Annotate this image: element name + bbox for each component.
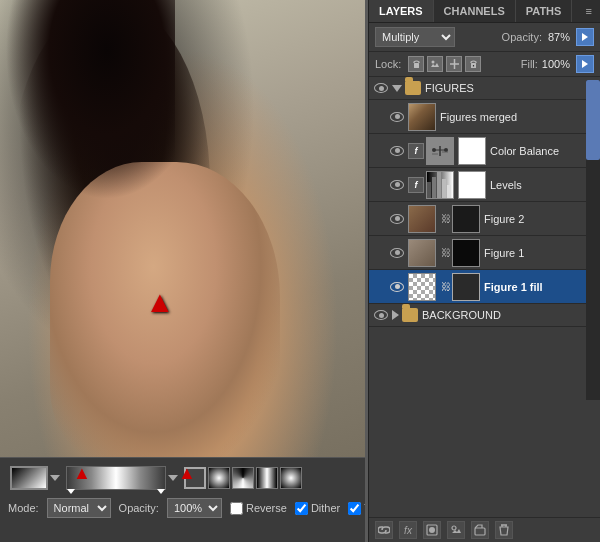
svg-point-14 (452, 526, 456, 530)
figure2-visibility[interactable] (389, 211, 405, 227)
layer-figure-2[interactable]: ⛓ Figure 2 (369, 202, 600, 236)
lock-image-icon[interactable] (427, 56, 443, 72)
transparency-label: Transparency (364, 502, 365, 514)
transparency-checkbox-group: Transparency (348, 502, 365, 515)
background-visibility-icon[interactable] (373, 307, 389, 323)
gradient-reflect-button[interactable] (256, 467, 278, 489)
levels-thumb (426, 171, 454, 199)
dither-checkbox-group: Dither (295, 502, 340, 515)
canvas-arrow-indicator: ▲ (145, 285, 175, 319)
figure1fill-chain-icon: ⛓ (441, 281, 451, 292)
layer-fx-icon[interactable]: fx (399, 521, 417, 539)
tab-paths[interactable]: PATHS (516, 0, 573, 22)
gradient-style-buttons (184, 467, 302, 489)
dither-checkbox[interactable] (295, 502, 308, 515)
layer-group-icon[interactable] (471, 521, 489, 539)
reverse-checkbox-group: Reverse (230, 502, 287, 515)
svg-point-8 (432, 148, 436, 152)
figure1-name: Figure 1 (484, 247, 596, 259)
bottom-toolbar: ▲ ▲ Mode: Normal Multiply Screen Opacity… (0, 457, 365, 542)
panel-bottom-icons: fx (369, 517, 600, 542)
figure1-mask-thumb (452, 239, 480, 267)
transparency-checkbox[interactable] (348, 502, 361, 515)
scrollbar-track (586, 80, 600, 400)
figure1-thumb (408, 239, 436, 267)
lock-label: Lock: (375, 58, 401, 70)
bottom-options-row: Mode: Normal Multiply Screen Opacity: 10… (0, 494, 365, 522)
svg-point-1 (432, 61, 435, 64)
lock-icons (408, 56, 481, 72)
figure2-name: Figure 2 (484, 213, 596, 225)
opacity-label: Opacity: (119, 502, 159, 514)
layer-figures-merged[interactable]: Figures merged (369, 100, 600, 134)
scrollbar-thumb[interactable] (586, 80, 600, 160)
right-panel: LAYERS CHANNELS PATHS ≡ Multiply Normal … (368, 0, 600, 542)
dither-label: Dither (311, 502, 340, 514)
figures-expand-icon[interactable] (392, 85, 402, 92)
lock-all-icon[interactable] (465, 56, 481, 72)
layer-figure-1-fill[interactable]: ⛓ Figure 1 fill (369, 270, 600, 304)
hair-dark (5, 0, 175, 200)
levels-visibility[interactable] (389, 177, 405, 193)
figure2-chain-icon: ⛓ (441, 213, 451, 224)
svg-point-13 (429, 527, 435, 533)
gradient-tools-row: ▲ ▲ (0, 458, 365, 494)
lock-transparency-icon[interactable] (408, 56, 424, 72)
panel-menu-icon[interactable]: ≡ (578, 0, 600, 22)
color-balance-visibility[interactable] (389, 143, 405, 159)
gradient-preset-box[interactable] (10, 466, 48, 490)
layer-levels[interactable]: f Levels (369, 168, 600, 202)
figure1fill-thumb (408, 273, 436, 301)
panel-tabs: LAYERS CHANNELS PATHS ≡ (369, 0, 600, 23)
layer-group-figures[interactable]: FIGURES (369, 77, 600, 100)
figure1-visibility[interactable] (389, 245, 405, 261)
background-folder-icon (402, 308, 418, 322)
fill-arrow-button[interactable] (576, 55, 594, 73)
figure1fill-name: Figure 1 fill (484, 281, 596, 293)
background-expand-icon[interactable] (392, 310, 399, 320)
toolbar-arrow-2: ▲ (178, 463, 196, 484)
canvas-area: ▲ (0, 0, 365, 542)
fill-controls: Lock: Fill: 100% (369, 52, 600, 77)
layer-link-icon[interactable] (375, 521, 393, 539)
figure1fill-mask-thumb (452, 273, 480, 301)
figures-group-name: FIGURES (425, 82, 596, 94)
figures-folder-icon (405, 81, 421, 95)
tab-channels[interactable]: CHANNELS (434, 0, 516, 22)
reverse-label: Reverse (246, 502, 287, 514)
layer-adjustment-icon[interactable] (447, 521, 465, 539)
figure2-mask-thumb (452, 205, 480, 233)
layer-color-balance[interactable]: f Color Balance (369, 134, 600, 168)
figure1fill-visibility[interactable] (389, 279, 405, 295)
mode-select[interactable]: Normal Multiply Screen (47, 498, 111, 518)
gradient-radial-button[interactable] (208, 467, 230, 489)
layer-figure-1[interactable]: ⛓ Figure 1 (369, 236, 600, 270)
layer-group-background[interactable]: BACKGROUND (369, 304, 600, 327)
lock-position-icon[interactable] (446, 56, 462, 72)
fill-value: 100% (542, 58, 570, 70)
layers-list: FIGURES Figures merged f (369, 77, 600, 417)
gradient-angle-button[interactable] (232, 467, 254, 489)
layer-delete-icon[interactable] (495, 521, 513, 539)
gradient-preset-dropdown[interactable] (50, 475, 60, 481)
opacity-value: 87% (548, 31, 570, 43)
opacity-select[interactable]: 100% (167, 498, 222, 518)
figures-merged-name: Figures merged (440, 111, 596, 123)
figure1-chain-icon: ⛓ (441, 247, 451, 258)
svg-rect-0 (414, 63, 419, 68)
gradient-bar-dropdown[interactable] (168, 475, 178, 481)
reverse-checkbox[interactable] (230, 502, 243, 515)
layer-mask-icon[interactable] (423, 521, 441, 539)
figures-merged-visibility[interactable] (389, 109, 405, 125)
adjustment-link-icon-color-balance: f (408, 143, 424, 159)
tab-layers[interactable]: LAYERS (369, 0, 434, 22)
figures-merged-thumb (408, 103, 436, 131)
figures-visibility-icon[interactable] (373, 80, 389, 96)
mode-label: Mode: (8, 502, 39, 514)
levels-name: Levels (490, 179, 596, 191)
gradient-diamond-button[interactable] (280, 467, 302, 489)
svg-point-9 (444, 148, 448, 152)
opacity-arrow-button[interactable] (576, 28, 594, 46)
blend-mode-select[interactable]: Multiply Normal Screen Overlay (375, 27, 455, 47)
blend-opacity-controls: Multiply Normal Screen Overlay Opacity: … (369, 23, 600, 52)
